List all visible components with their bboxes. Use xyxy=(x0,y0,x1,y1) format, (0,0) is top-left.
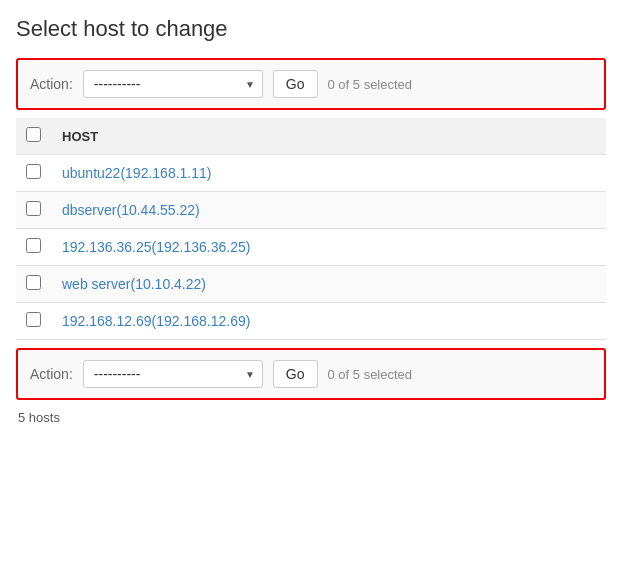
action-select-wrapper-bottom: ---------- xyxy=(83,360,263,388)
action-label-bottom: Action: xyxy=(30,366,73,382)
table-row: dbserver(10.44.55.22) xyxy=(16,192,606,229)
hosts-table: HOST ubuntu22(192.168.1.11) dbserver(10.… xyxy=(16,118,606,340)
row-checkbox-3[interactable] xyxy=(26,275,41,290)
table-header-row: HOST xyxy=(16,118,606,155)
table-row: 192.136.36.25(192.136.36.25) xyxy=(16,229,606,266)
host-link-1[interactable]: dbserver(10.44.55.22) xyxy=(62,202,200,218)
action-label-top: Action: xyxy=(30,76,73,92)
host-column-header: HOST xyxy=(52,118,606,155)
go-button-top[interactable]: Go xyxy=(273,70,318,98)
host-link-3[interactable]: web server(10.10.4.22) xyxy=(62,276,206,292)
selected-count-bottom: 0 of 5 selected xyxy=(328,367,413,382)
host-link-0[interactable]: ubuntu22(192.168.1.11) xyxy=(62,165,211,181)
host-link-2[interactable]: 192.136.36.25(192.136.36.25) xyxy=(62,239,250,255)
action-select-wrapper-top: ---------- xyxy=(83,70,263,98)
selected-count-top: 0 of 5 selected xyxy=(328,77,413,92)
row-checkbox-2[interactable] xyxy=(26,238,41,253)
action-select-bottom[interactable]: ---------- xyxy=(83,360,263,388)
go-button-bottom[interactable]: Go xyxy=(273,360,318,388)
action-bar-bottom: Action: ---------- Go 0 of 5 selected xyxy=(16,348,606,400)
action-select-top[interactable]: ---------- xyxy=(83,70,263,98)
page-title: Select host to change xyxy=(16,16,606,42)
footer-count: 5 hosts xyxy=(16,410,606,425)
row-checkbox-0[interactable] xyxy=(26,164,41,179)
select-all-checkbox[interactable] xyxy=(26,127,41,142)
action-bar-top: Action: ---------- Go 0 of 5 selected xyxy=(16,58,606,110)
row-checkbox-1[interactable] xyxy=(26,201,41,216)
table-row: 192.168.12.69(192.168.12.69) xyxy=(16,303,606,340)
table-row: web server(10.10.4.22) xyxy=(16,266,606,303)
table-row: ubuntu22(192.168.1.11) xyxy=(16,155,606,192)
row-checkbox-4[interactable] xyxy=(26,312,41,327)
host-link-4[interactable]: 192.168.12.69(192.168.12.69) xyxy=(62,313,250,329)
